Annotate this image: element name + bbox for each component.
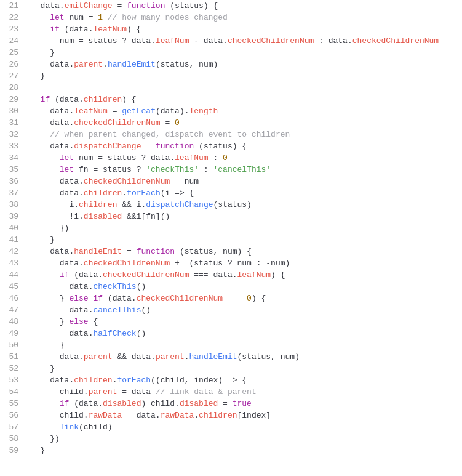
code-line: data.checkedChildrenNum += (status ? num… bbox=[31, 257, 462, 269]
token: parent bbox=[84, 352, 113, 361]
code-line: data.leafNum = getLeaf(data).length bbox=[31, 105, 462, 117]
token: 'checkThis' bbox=[146, 165, 199, 174]
token bbox=[31, 95, 41, 104]
token: () bbox=[137, 329, 146, 338]
token: . bbox=[185, 352, 189, 361]
code-line: } bbox=[31, 445, 462, 456]
token: (status) { bbox=[165, 1, 218, 10]
token bbox=[31, 387, 60, 397]
token: (data. bbox=[69, 399, 103, 408]
token: let bbox=[50, 13, 64, 22]
token: } bbox=[31, 48, 55, 57]
token: let bbox=[60, 153, 74, 163]
code-line: if (data.leafNum) { bbox=[31, 23, 462, 35]
token bbox=[31, 188, 60, 198]
token: rawData bbox=[161, 411, 194, 420]
token bbox=[31, 1, 41, 10]
token: // link data & parent bbox=[156, 387, 257, 397]
code-line: if (data.disabled) child.disabled = true bbox=[31, 398, 462, 409]
code-line: data.parent && data.parent.handleEmit(st… bbox=[31, 351, 462, 363]
line-number: 28 bbox=[5, 82, 18, 94]
token: (i => { bbox=[161, 188, 194, 198]
token: }) bbox=[31, 224, 69, 233]
token bbox=[31, 259, 60, 268]
token: true bbox=[233, 399, 252, 408]
token: }) bbox=[31, 434, 60, 443]
code-line: data.emitChange = function (status) { bbox=[31, 0, 462, 12]
token bbox=[31, 212, 69, 221]
token: if bbox=[60, 270, 70, 280]
token: num = status ? data. bbox=[60, 36, 156, 46]
token: += (status ? num : -num) bbox=[170, 259, 290, 268]
token: data bbox=[41, 1, 60, 10]
code-editor: 2122232425262728293031323334353637383940… bbox=[0, 0, 462, 476]
token: handleEmit bbox=[108, 60, 156, 69]
token: checkedChildrenNum bbox=[74, 118, 160, 127]
token: } bbox=[31, 294, 69, 303]
token bbox=[31, 142, 50, 151]
line-number: 45 bbox=[5, 281, 18, 292]
code-line: data.handleEmit = function (status, num)… bbox=[31, 246, 462, 257]
token: checkedChildrenNum bbox=[84, 259, 170, 268]
token: checkedChildrenNum bbox=[352, 36, 439, 46]
token: . bbox=[79, 352, 84, 361]
token bbox=[31, 305, 69, 315]
token: === data. bbox=[189, 270, 237, 280]
token: dispatchChange bbox=[74, 142, 141, 151]
token: = num bbox=[170, 177, 199, 186]
token: data bbox=[50, 107, 69, 116]
token: data bbox=[50, 60, 69, 69]
token: children bbox=[199, 411, 237, 420]
token: (status) bbox=[213, 200, 252, 209]
token: disabled bbox=[180, 399, 218, 408]
line-number: 30 bbox=[5, 105, 18, 117]
code-line: data.children.forEach((child, index) => … bbox=[31, 374, 462, 386]
line-number: 21 bbox=[5, 0, 18, 12]
token: leafNum bbox=[93, 25, 127, 34]
code-line: } bbox=[31, 234, 462, 246]
token: checkedChildrenNum bbox=[228, 36, 314, 46]
token: halfCheck bbox=[93, 329, 136, 338]
line-number: 42 bbox=[5, 246, 18, 257]
token: else bbox=[69, 317, 88, 326]
line-number: 25 bbox=[5, 47, 18, 58]
token: : bbox=[199, 165, 213, 174]
line-number: 22 bbox=[5, 12, 18, 23]
token: 1 bbox=[98, 13, 103, 22]
token: data bbox=[50, 118, 69, 127]
token: (status, num) { bbox=[175, 247, 252, 256]
line-number: 32 bbox=[5, 129, 18, 140]
token: = bbox=[108, 107, 122, 116]
code-line: child.rawData = data.rawData.children[in… bbox=[31, 409, 462, 421]
code-line: } bbox=[31, 47, 462, 58]
token: ) { bbox=[252, 294, 266, 303]
token: data bbox=[60, 259, 79, 268]
token: { bbox=[89, 317, 98, 326]
code-line: !i.disabled &&i[fn]() bbox=[31, 211, 462, 222]
token: if bbox=[41, 95, 50, 104]
token: else if bbox=[69, 294, 103, 303]
line-number: 53 bbox=[5, 374, 18, 386]
token: parent bbox=[89, 387, 117, 397]
token: leafNum bbox=[74, 107, 108, 116]
token: handleEmit bbox=[189, 352, 237, 361]
token: data bbox=[50, 376, 69, 385]
code-line: } bbox=[31, 363, 462, 374]
line-number: 31 bbox=[5, 117, 18, 129]
token bbox=[31, 118, 50, 127]
token: 0 bbox=[247, 294, 252, 303]
token: . bbox=[122, 188, 127, 198]
token: . bbox=[60, 1, 65, 10]
line-number-gutter: 2122232425262728293031323334353637383940… bbox=[0, 0, 26, 476]
token bbox=[31, 25, 50, 34]
line-number: 40 bbox=[5, 222, 18, 234]
token: : data. bbox=[314, 36, 352, 46]
code-line: data.dispatchChange = function (status) … bbox=[31, 140, 462, 152]
token: () bbox=[141, 305, 151, 315]
token: children bbox=[79, 200, 117, 209]
code-line: }) bbox=[31, 222, 462, 234]
token: data bbox=[69, 282, 88, 291]
line-number: 52 bbox=[5, 363, 18, 374]
token: forEach bbox=[127, 188, 161, 198]
code-line: let num = 1 // how many nodes changed bbox=[31, 12, 462, 23]
